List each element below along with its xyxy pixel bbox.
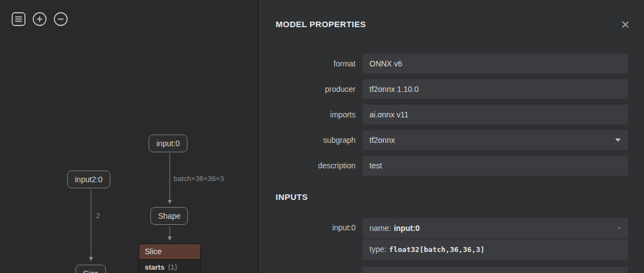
- graph-toolbar: [11, 12, 68, 27]
- node-input0[interactable]: input:0: [149, 135, 187, 152]
- edge-label-input0-shape: batch×36×36×3: [174, 174, 224, 183]
- type-key: type:: [369, 245, 386, 254]
- close-button[interactable]: ×: [621, 19, 630, 29]
- input-row-input0: input:0 name:input:0 - type:float32[batc…: [259, 218, 628, 260]
- name-value: input:0: [394, 224, 420, 233]
- input2-name-box: name:input2:0: [363, 267, 628, 273]
- node-shape[interactable]: Shape: [150, 207, 188, 225]
- model-properties-panel: MODEL PROPERTIES × format ONNX v6 produc…: [259, 0, 644, 273]
- node-size-label: Size: [83, 269, 98, 273]
- panel-title: MODEL PROPERTIES: [276, 19, 366, 29]
- attr-value: ⟨1⟩: [168, 263, 177, 271]
- node-slice-header: Slice: [139, 244, 200, 259]
- field-value-imports: ai.onnx v11: [363, 105, 628, 125]
- zoom-in-button[interactable]: [32, 12, 47, 27]
- node-input2[interactable]: input2:0: [67, 171, 110, 188]
- field-value-description: test: [363, 156, 628, 176]
- field-value-format: ONNX v6: [363, 54, 628, 74]
- collapse-toggle[interactable]: -: [618, 223, 621, 233]
- field-label-description: description: [259, 161, 356, 170]
- input2-detail: name:input2:0: [363, 267, 628, 273]
- node-input2-label: input2:0: [75, 175, 103, 184]
- panel-header: MODEL PROPERTIES ×: [259, 0, 644, 29]
- netron-app: input:0 input2:0 batch×36×36×3 2 Shape S…: [0, 0, 644, 273]
- property-fields: format ONNX v6 producer tf2onnx 1.10.0 i…: [259, 54, 644, 176]
- input0-type-box: type:float32[batch,36,36,3]: [363, 239, 628, 260]
- node-size[interactable]: Size: [75, 265, 106, 273]
- menu-button[interactable]: [11, 12, 26, 27]
- type-value: float32[batch,36,36,3]: [389, 245, 484, 254]
- node-slice[interactable]: Slice starts⟨1⟩: [139, 244, 201, 273]
- graph-canvas[interactable]: input:0 input2:0 batch×36×36×3 2 Shape S…: [0, 0, 258, 273]
- chevron-down-icon[interactable]: [615, 138, 621, 142]
- input-row-input2: input2:0 name:input2:0: [259, 267, 628, 273]
- field-value-producer: tf2onnx 1.10.0: [363, 79, 628, 99]
- field-row-producer: producer tf2onnx 1.10.0: [259, 79, 628, 99]
- field-label-subgraph: subgraph: [259, 136, 356, 145]
- field-row-description: description test: [259, 156, 628, 176]
- node-input0-label: input:0: [156, 139, 180, 148]
- name-key: name:: [369, 224, 391, 233]
- attr-name: starts: [145, 263, 164, 271]
- field-row-imports: imports ai.onnx v11: [259, 105, 628, 125]
- input0-detail: name:input:0 - type:float32[batch,36,36,…: [363, 218, 628, 260]
- zoom-out-icon: [53, 12, 68, 27]
- input2-label: input2:0: [259, 267, 356, 273]
- field-label-format: format: [259, 59, 356, 68]
- edge-label-input2-size: 2: [96, 212, 100, 220]
- zoom-out-button[interactable]: [53, 12, 68, 27]
- field-row-format: format ONNX v6: [259, 54, 628, 74]
- input0-name-box: name:input:0 -: [363, 218, 628, 238]
- subgraph-selected-value: tf2onnx: [369, 136, 395, 145]
- subgraph-select[interactable]: tf2onnx: [363, 130, 628, 150]
- field-label-producer: producer: [259, 85, 356, 94]
- menu-icon: [11, 12, 26, 27]
- input0-label: input:0: [259, 218, 356, 232]
- node-shape-label: Shape: [158, 212, 180, 220]
- node-slice-attr-starts: starts⟨1⟩: [139, 259, 200, 273]
- field-label-imports: imports: [259, 110, 356, 119]
- zoom-in-icon: [32, 12, 47, 27]
- inputs-section-title: INPUTS: [276, 192, 644, 202]
- graph-edges: [0, 0, 258, 273]
- field-row-subgraph: subgraph tf2onnx: [259, 130, 628, 150]
